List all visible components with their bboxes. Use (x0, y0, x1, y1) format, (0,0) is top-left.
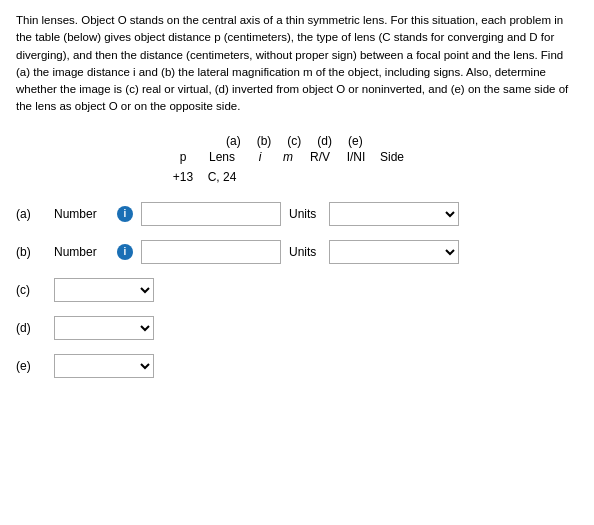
col-header-rv: R/V (302, 150, 338, 164)
units-label-b: Units (289, 245, 321, 259)
col-header-i: i (246, 150, 274, 164)
answer-row-e: (e) (16, 354, 578, 378)
answer-label-d: (d) (16, 321, 46, 335)
units-select-b[interactable] (329, 240, 459, 264)
answer-select-e[interactable] (54, 354, 154, 378)
info-badge-a[interactable]: i (117, 206, 133, 222)
answer-row-a: (a) Number i Units (16, 202, 578, 226)
answer-row-b: (b) Number i Units (16, 240, 578, 264)
units-label-a: Units (289, 207, 321, 221)
col-header-ini: I/NI (338, 150, 374, 164)
answer-label-a: (a) (16, 207, 46, 221)
header-b: (b) (257, 134, 272, 148)
row-lens-value: C, 24 (198, 170, 246, 184)
units-select-a[interactable] (329, 202, 459, 226)
answer-part-b: Number (54, 245, 109, 259)
col-header-p: p (168, 150, 198, 164)
answer-select-c[interactable] (54, 278, 154, 302)
answer-label-c: (c) (16, 283, 46, 297)
answer-label-b: (b) (16, 245, 46, 259)
table-section: (a) (b) (c) (d) (e) p Lens i m R/V I/NI … (16, 134, 578, 184)
answer-select-d[interactable] (54, 316, 154, 340)
answers-section: (a) Number i Units (b) Number i Units (c… (16, 202, 578, 378)
answer-input-b[interactable] (141, 240, 281, 264)
answer-part-a: Number (54, 207, 109, 221)
header-c: (c) (287, 134, 301, 148)
header-e: (e) (348, 134, 363, 148)
abc-headers: (a) (b) (c) (d) (e) (16, 134, 578, 148)
answer-label-e: (e) (16, 359, 46, 373)
header-d: (d) (317, 134, 332, 148)
answer-row-d: (d) (16, 316, 578, 340)
problem-description: Thin lenses. Object O stands on the cent… (16, 12, 578, 116)
row-p-value: +13 (168, 170, 198, 184)
info-badge-b[interactable]: i (117, 244, 133, 260)
table-data-row: +13 C, 24 (16, 170, 578, 184)
answer-row-c: (c) (16, 278, 578, 302)
answer-input-a[interactable] (141, 202, 281, 226)
col-header-side: Side (374, 150, 410, 164)
header-a: (a) (226, 134, 241, 148)
column-headers: p Lens i m R/V I/NI Side (16, 150, 578, 164)
col-header-lens: Lens (198, 150, 246, 164)
col-header-m: m (274, 150, 302, 164)
